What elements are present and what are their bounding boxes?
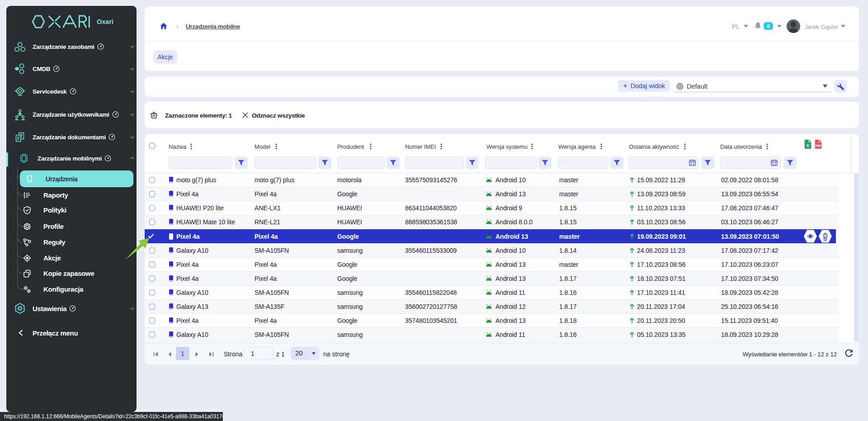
svg-text:X: X (806, 143, 809, 148)
svg-text:PDF: PDF (816, 144, 821, 147)
